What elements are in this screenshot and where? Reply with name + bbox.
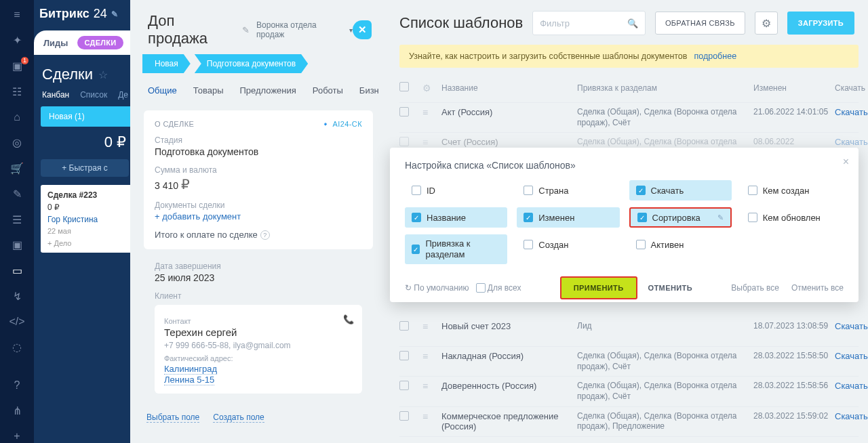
opt-bind[interactable]: ✓Привязка к разделам <box>405 234 507 264</box>
target-icon[interactable]: ◎ <box>9 136 24 150</box>
end-date-value[interactable]: 25 июля 2023 <box>155 272 362 283</box>
opt-name[interactable]: ✓Название <box>405 207 507 228</box>
cell-name[interactable]: Счет (Россия) <box>441 137 577 147</box>
reset-default-link[interactable]: ↻ По умолчанию <box>405 283 469 293</box>
tab-general[interactable]: Общие <box>148 85 177 101</box>
contact-phone-email[interactable]: +7 999 666-55-88, ilya@gmail.com <box>164 341 353 350</box>
help-tooltip-icon[interactable]: ? <box>260 230 270 240</box>
row-checkbox[interactable] <box>399 381 409 390</box>
col-changed[interactable]: Изменен <box>753 83 835 93</box>
drag-handle-icon[interactable]: ≡ <box>422 321 441 332</box>
sum-value[interactable]: 3 410 ₽ <box>155 176 362 192</box>
add-document-link[interactable]: + добавить документ <box>155 211 362 222</box>
row-checkbox[interactable] <box>399 137 409 146</box>
apply-button[interactable]: ПРИМЕНИТЬ <box>560 276 637 299</box>
drag-handle-icon[interactable]: ≡ <box>422 351 441 362</box>
stage-2[interactable]: Подготовка документов <box>195 54 308 73</box>
chart-icon[interactable]: ↯ <box>9 289 24 303</box>
cell-name[interactable]: Доверенность (Россия) <box>441 381 577 391</box>
stage-value[interactable]: Подготовка документов <box>155 146 362 157</box>
table-row[interactable]: ≡ Акт (Россия) Сделка (Общая), Сделка (В… <box>399 103 859 133</box>
edit-brand-icon[interactable]: ✎ <box>111 9 118 19</box>
checkbox[interactable]: ✓ <box>636 186 646 195</box>
drag-handle-icon[interactable]: ≡ <box>422 137 441 148</box>
menu-icon[interactable]: ≡ <box>9 8 24 22</box>
street-link[interactable]: Ленина 5-15 <box>164 375 214 385</box>
checkbox[interactable] <box>524 186 533 195</box>
deselect-all-link[interactable]: Отменить все <box>791 283 844 293</box>
deal-title[interactable]: Доп продажа <box>148 12 238 47</box>
city-link[interactable]: Калининград <box>164 364 217 375</box>
search-icon[interactable]: 🔍 <box>627 18 638 28</box>
download-link[interactable]: Скачать <box>835 351 868 361</box>
deal-card-contact[interactable]: Гор Кристина <box>47 215 129 224</box>
edit-icon[interactable]: ✎ <box>717 213 724 222</box>
select-all-link[interactable]: Выбрать все <box>731 283 779 293</box>
checkbox[interactable]: ✓ <box>524 213 533 222</box>
favorite-icon[interactable]: ☆ <box>98 68 108 81</box>
opt-updated-by[interactable]: Кем обновлен <box>741 207 844 228</box>
filter-icon[interactable]: ☷ <box>9 85 24 98</box>
checkbox[interactable] <box>636 240 646 249</box>
view-more[interactable]: Де <box>118 90 128 100</box>
banner-more-link[interactable]: подробнее <box>694 51 736 61</box>
code-icon[interactable]: </> <box>9 315 24 329</box>
sitemap-icon[interactable]: ⋔ <box>9 404 24 417</box>
contacts-icon[interactable]: ☰ <box>9 213 24 226</box>
opt-active[interactable]: Активен <box>629 234 732 255</box>
checkbox[interactable] <box>412 186 421 195</box>
cell-name[interactable]: Акт (Россия) <box>441 107 577 117</box>
select-all-checkbox[interactable] <box>399 82 409 91</box>
cell-name[interactable]: Накладная (Россия) <box>441 351 577 361</box>
download-link[interactable]: Скачать <box>835 411 868 421</box>
tab-products[interactable]: Товары <box>193 85 224 101</box>
deal-card-add-activity[interactable]: + Дело <box>47 239 129 247</box>
drag-handle-icon[interactable]: ≡ <box>422 107 441 118</box>
select-field-link[interactable]: Выбрать поле <box>146 413 199 423</box>
checkbox[interactable] <box>748 186 757 195</box>
checkbox[interactable]: ✓ <box>412 245 420 254</box>
table-row[interactable]: ≡ Накладная (Россия) Сделка (Общая), Сде… <box>399 347 859 377</box>
table-row[interactable]: ≡ Доверенность (Россия) Сделка (Общая), … <box>399 377 859 406</box>
cart-icon[interactable]: 🛒 <box>9 162 24 175</box>
tab-deals[interactable]: СДЕЛКИ <box>77 36 123 49</box>
download-link[interactable]: Скачать <box>835 137 868 147</box>
funnel-selector[interactable]: Воронка отдела продаж <box>256 20 347 39</box>
stage-new[interactable]: Новая (1) <box>41 106 136 127</box>
quick-deal-button[interactable]: + Быстрая с <box>41 159 129 177</box>
checkbox[interactable]: ✓ <box>637 213 647 222</box>
checkbox[interactable]: ✓ <box>412 213 421 222</box>
opt-created-by[interactable]: Кем создан <box>741 180 844 201</box>
view-kanban[interactable]: Канбан <box>42 90 69 100</box>
table-row[interactable]: ≡ Коммерческое предложение (Россия) Сдел… <box>399 407 859 437</box>
create-field-link[interactable]: Создать поле <box>213 413 264 423</box>
tab-offers[interactable]: Предложения <box>239 85 296 101</box>
help-icon[interactable]: ? <box>9 379 24 392</box>
opt-country[interactable]: Страна <box>517 180 619 201</box>
plus-icon[interactable]: + <box>9 429 24 443</box>
home-icon[interactable]: ⌂ <box>9 110 24 124</box>
tab-robots[interactable]: Роботы <box>313 85 343 101</box>
ai-tag[interactable]: 🔹 AI24-ск <box>321 120 362 129</box>
cell-name[interactable]: Новый счет 2023 <box>441 321 577 331</box>
modal-close-icon[interactable]: × <box>843 156 849 168</box>
pen-icon[interactable]: ✎ <box>9 187 24 201</box>
drag-handle-icon[interactable]: ≡ <box>422 411 441 422</box>
for-all-checkbox[interactable] <box>476 283 486 293</box>
row-checkbox[interactable] <box>399 411 409 421</box>
row-checkbox[interactable] <box>399 321 409 331</box>
col-name[interactable]: Название <box>441 83 577 93</box>
phone-icon[interactable]: 📞 <box>343 314 354 324</box>
bell-icon[interactable]: ▣1 <box>9 60 24 73</box>
download-link[interactable]: Скачать <box>835 107 868 117</box>
column-settings-icon[interactable]: ⚙ <box>422 83 441 93</box>
row-checkbox[interactable] <box>399 107 409 117</box>
box-icon[interactable]: ▭ <box>9 264 24 278</box>
opt-id[interactable]: ID <box>405 180 507 201</box>
col-bind[interactable]: Привязка к разделам <box>577 83 753 93</box>
brand-logo[interactable]: Битрикс 24 ✎ <box>34 0 136 30</box>
opt-changed[interactable]: ✓Изменен <box>517 207 619 228</box>
deal-card[interactable]: Сделка #223 0 ₽ Гор Кристина 22 мая + Де… <box>41 185 136 253</box>
upload-button[interactable]: ЗАГРУЗИТЬ <box>787 12 854 35</box>
tab-leads[interactable]: Лиды <box>43 38 68 48</box>
